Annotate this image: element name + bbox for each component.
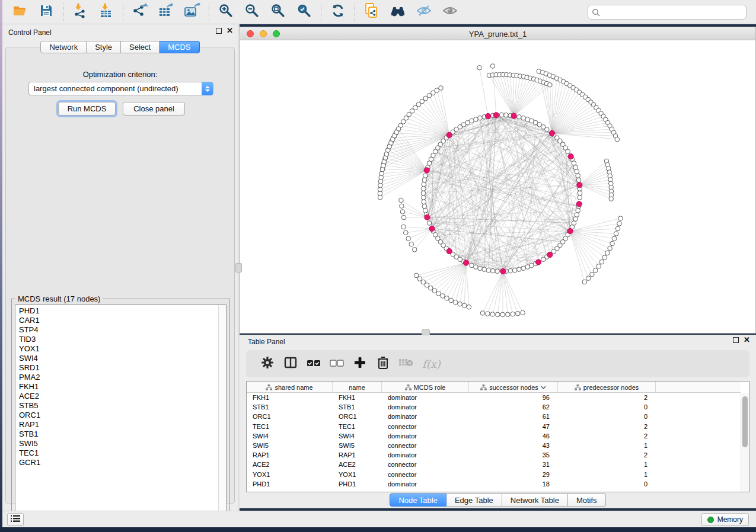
table-settings-button[interactable] — [257, 354, 278, 374]
mcds-result-item[interactable]: TID3 — [15, 335, 218, 344]
save-session-button[interactable] — [36, 2, 57, 22]
table-row[interactable]: TEC1TEC1connector472 — [247, 422, 741, 431]
criterion-dropdown[interactable]: largest connected component (undirected) — [28, 82, 213, 95]
cell-name[interactable]: FKH1 — [333, 394, 382, 401]
memory-button[interactable]: Memory — [701, 513, 749, 526]
mcds-result-item[interactable]: SWI4 — [15, 354, 218, 363]
mcds-list-scrollbar[interactable] — [218, 305, 226, 514]
mcds-result-item[interactable]: PMA2 — [15, 373, 218, 382]
column-header-successor-nodes[interactable]: successor nodes — [469, 382, 558, 393]
cell-predecessor-nodes[interactable]: 2 — [558, 423, 656, 430]
vertical-splitter-handle[interactable] — [235, 263, 242, 273]
cell-MCDS-role[interactable]: connector — [382, 471, 469, 478]
run-mcds-button[interactable]: Run MCDS — [58, 102, 116, 116]
cell-shared-name[interactable]: ACE2 — [247, 461, 333, 468]
cell-predecessor-nodes[interactable]: 2 — [558, 394, 656, 401]
cell-shared-name[interactable]: SWI4 — [247, 432, 333, 440]
cell-name[interactable]: SWI5 — [333, 442, 382, 449]
export-network-button[interactable] — [129, 2, 151, 22]
cell-predecessor-nodes[interactable]: 1 — [558, 442, 656, 449]
mcds-node[interactable] — [425, 214, 430, 220]
cell-MCDS-role[interactable]: dominator — [382, 451, 469, 459]
mcds-node[interactable] — [429, 226, 435, 231]
export-table-button[interactable] — [155, 2, 177, 22]
show-all-button[interactable] — [439, 2, 461, 22]
table-scrollbar[interactable] — [741, 393, 749, 492]
mcds-result-item[interactable]: ORC1 — [15, 411, 218, 420]
horizontal-splitter-handle[interactable] — [422, 329, 430, 335]
tab-network-table[interactable]: Network Table — [502, 493, 568, 507]
mcds-result-item[interactable]: YOX1 — [15, 344, 218, 354]
table-row[interactable]: RAP1RAP1dominator352 — [247, 450, 741, 460]
cell-predecessor-nodes[interactable]: 0 — [558, 480, 656, 488]
mcds-node[interactable] — [576, 201, 582, 207]
mcds-node[interactable] — [493, 113, 499, 118]
table-row[interactable]: ORC1ORC1dominator610 — [247, 412, 741, 421]
import-table-button[interactable] — [95, 2, 117, 22]
deselect-all-button[interactable] — [326, 354, 347, 374]
table-row[interactable]: FKH1FKH1dominator962 — [247, 393, 741, 402]
close-panel-button[interactable]: Close panel — [123, 102, 185, 116]
cell-successor-nodes[interactable]: 61 — [469, 413, 558, 420]
column-header-predecessor-nodes[interactable]: predecessor nodes — [558, 382, 656, 393]
mcds-result-item[interactable]: STP4 — [15, 325, 218, 335]
cell-successor-nodes[interactable]: 18 — [469, 480, 558, 488]
mcds-node[interactable] — [568, 153, 573, 159]
mcds-node[interactable] — [424, 168, 429, 173]
mcds-node[interactable] — [547, 252, 553, 257]
tab-motifs[interactable]: Motifs — [568, 493, 606, 507]
show-panels-list-button[interactable] — [7, 513, 24, 526]
cell-predecessor-nodes[interactable]: 2 — [558, 432, 656, 440]
cell-successor-nodes[interactable]: 31 — [469, 461, 558, 468]
mcds-result-item[interactable]: STB5 — [15, 401, 218, 411]
mcds-result-item[interactable]: CAR1 — [15, 316, 218, 325]
network-canvas[interactable] — [240, 40, 755, 333]
create-column-button[interactable] — [349, 354, 371, 374]
mcds-result-item[interactable]: FKH1 — [15, 382, 218, 392]
fit-content-button[interactable] — [267, 2, 289, 22]
cell-successor-nodes[interactable]: 47 — [469, 423, 558, 430]
delete-column-button[interactable] — [372, 354, 394, 374]
mcds-result-list[interactable]: PHD1CAR1STP4TID3YOX1SWI4SRD1PMA2FKH1ACE2… — [15, 305, 227, 514]
select-all-button[interactable] — [303, 354, 324, 374]
tab-edge-table[interactable]: Edge Table — [446, 493, 502, 507]
network-graph[interactable] — [240, 40, 755, 333]
cell-name[interactable]: PHD1 — [333, 480, 382, 488]
float-panel-icon[interactable] — [216, 28, 222, 34]
mcds-node[interactable] — [446, 132, 452, 137]
cell-successor-nodes[interactable]: 29 — [469, 471, 558, 478]
mcds-result-item[interactable]: SWI5 — [15, 439, 218, 448]
cell-name[interactable]: ORC1 — [333, 413, 382, 420]
cell-name[interactable]: TEC1 — [333, 423, 382, 430]
tab-select[interactable]: Select — [121, 41, 160, 53]
cell-predecessor-nodes[interactable]: 1 — [558, 471, 656, 478]
table-row[interactable]: YOX1YOX1connector291 — [247, 470, 741, 479]
cell-successor-nodes[interactable]: 35 — [469, 451, 558, 459]
import-network-button[interactable] — [69, 2, 91, 22]
mcds-result-item[interactable]: RAP1 — [15, 420, 218, 430]
cell-predecessor-nodes[interactable]: 0 — [558, 403, 656, 411]
copy-network-button[interactable] — [361, 2, 382, 22]
cell-shared-name[interactable]: YOX1 — [247, 471, 333, 478]
cell-name[interactable]: RAP1 — [333, 451, 382, 459]
column-header-MCDS-role[interactable]: MCDS role — [382, 382, 469, 393]
mcds-node[interactable] — [549, 130, 554, 136]
close-panel-icon[interactable]: ✕ — [227, 28, 233, 34]
mcds-node[interactable] — [485, 113, 490, 118]
cell-name[interactable]: SWI4 — [333, 432, 382, 440]
cell-successor-nodes[interactable]: 96 — [469, 394, 558, 401]
search-network-button[interactable] — [387, 2, 409, 22]
zoom-in-button[interactable] — [215, 2, 237, 22]
export-image-button[interactable] — [181, 2, 203, 22]
mcds-node[interactable] — [577, 182, 582, 188]
cell-name[interactable]: STB1 — [333, 403, 382, 411]
cell-name[interactable]: ACE2 — [333, 461, 382, 468]
mcds-result-item[interactable]: TEC1 — [15, 448, 218, 458]
table-scrollbar-thumb[interactable] — [742, 396, 748, 447]
cell-shared-name[interactable]: SWI5 — [247, 442, 333, 449]
mcds-result-item[interactable]: STB1 — [15, 430, 218, 439]
mcds-node[interactable] — [567, 228, 573, 233]
tab-network[interactable]: Network — [40, 41, 87, 53]
function-builder-button[interactable]: f(x) — [422, 358, 441, 370]
zoom-out-button[interactable] — [241, 2, 263, 22]
